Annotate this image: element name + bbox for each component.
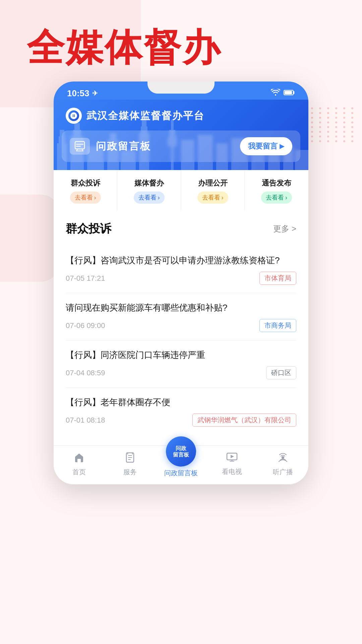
news-tag-2: 市商务局 — [259, 319, 296, 332]
category-office[interactable]: 办理公开 去看看 › — [181, 170, 245, 210]
cat-btn-complaints[interactable]: 去看看 › — [70, 192, 101, 204]
nav-item-radio[interactable]: 听广播 — [257, 452, 308, 477]
phone-mockup: 10:53 ✈ — [54, 82, 308, 484]
cat-btn-media[interactable]: 去看看 › — [134, 192, 165, 204]
news-time-3: 07-04 08:59 — [66, 369, 105, 377]
news-meta-3: 07-04 08:59 硚口区 — [66, 366, 296, 379]
news-meta-2: 07-06 09:00 市商务局 — [66, 319, 296, 332]
svg-rect-1 — [285, 91, 292, 94]
phone-notch — [147, 82, 215, 94]
center-circle[interactable]: 问政留言板 — [166, 436, 196, 467]
banner-title: 问政留言板 — [96, 140, 151, 153]
category-notice[interactable]: 通告发布 去看看 › — [245, 170, 308, 210]
page-title: 全媒体督办 — [0, 0, 362, 82]
nav-item-service[interactable]: 服务 — [105, 452, 156, 477]
category-media[interactable]: 媒体督办 去看看 › — [117, 170, 181, 210]
tv-icon — [226, 452, 238, 465]
news-title-2: 请问现在购买新能源车有哪些优惠和补贴? — [66, 301, 296, 314]
news-title-4: 【行风】老年群体圈存不便 — [66, 396, 296, 409]
news-item-1[interactable]: 【行风】咨询武汉市是否可以申请办理游泳教练资格证? 07-05 17:21 市体… — [66, 246, 296, 293]
center-text: 问政留言板 — [173, 445, 189, 458]
status-right — [271, 89, 295, 98]
nav-label-service: 服务 — [123, 468, 137, 477]
service-icon — [125, 452, 135, 466]
nav-label-home: 首页 — [72, 468, 86, 477]
svg-rect-26 — [75, 142, 84, 149]
nav-item-center[interactable]: 问政留言板 问政留言板 — [156, 451, 206, 478]
news-time-2: 07-06 09:00 — [66, 321, 105, 330]
news-meta-1: 07-05 17:21 市体育局 — [66, 272, 296, 285]
nav-label-tv: 看电视 — [222, 467, 242, 476]
battery-icon — [284, 89, 295, 98]
content-area: 群众投诉 更多 > 【行风】咨询武汉市是否可以申请办理游泳教练资格证? 07-0… — [54, 210, 308, 445]
phone-wrapper: 10:53 ✈ — [0, 82, 362, 484]
svg-point-31 — [282, 456, 284, 459]
complaints-section-title: 群众投诉 — [66, 221, 111, 236]
category-complaints[interactable]: 群众投诉 去看看 › — [54, 170, 117, 210]
news-meta-4: 07-01 08:18 武钢华润燃气（武汉）有限公司 — [66, 414, 296, 427]
news-tag-1: 市体育局 — [259, 272, 296, 285]
news-time-4: 07-01 08:18 — [66, 416, 105, 425]
nav-item-tv[interactable]: 看电视 — [206, 452, 257, 476]
nav-label-center: 问政留言板 — [164, 469, 198, 478]
nav-label-radio: 听广播 — [273, 468, 293, 477]
banner-arrow-icon: ▶ — [280, 143, 284, 150]
home-icon — [74, 452, 84, 466]
nav-item-home[interactable]: 首页 — [54, 452, 105, 477]
radio-icon — [278, 452, 288, 466]
banner-left: 问政留言板 — [70, 138, 151, 155]
app-header: 武汉全媒体监督督办平台 问政留言板 — [54, 100, 308, 170]
cat-btn-office[interactable]: 去看看 › — [197, 192, 228, 204]
categories-grid: 群众投诉 去看看 › 媒体督办 去看看 › 办理公开 去看看 › — [54, 170, 308, 210]
location-icon: ✈ — [92, 89, 98, 97]
cat-btn-notice[interactable]: 去看看 › — [261, 192, 292, 204]
bottom-nav: 首页 服务 问政留言板 问政留言板 — [54, 445, 308, 484]
news-item-4[interactable]: 【行风】老年群体圈存不便 07-01 08:18 武钢华润燃气（武汉）有限公司 — [66, 388, 296, 435]
banner-icon — [70, 138, 90, 155]
news-tag-3: 硚口区 — [266, 366, 296, 379]
news-title-1: 【行风】咨询武汉市是否可以申请办理游泳教练资格证? — [66, 254, 296, 267]
wifi-icon — [271, 89, 280, 98]
news-time-1: 07-05 17:21 — [66, 274, 105, 283]
news-tag-4: 武钢华润燃气（武汉）有限公司 — [192, 414, 296, 427]
news-item-3[interactable]: 【行风】同济医院门口车辆违停严重 07-04 08:59 硚口区 — [66, 340, 296, 388]
message-board-banner[interactable]: 问政留言板 我要留言 ▶ — [62, 130, 300, 162]
status-time: 10:53 ✈ — [67, 88, 98, 99]
svg-rect-27 — [77, 459, 81, 462]
complaints-more-link[interactable]: 更多 > — [273, 223, 296, 234]
svg-marker-30 — [231, 455, 234, 458]
svg-rect-14 — [142, 120, 146, 126]
complaints-section-header: 群众投诉 更多 > — [66, 221, 296, 236]
news-item-2[interactable]: 请问现在购买新能源车有哪些优惠和补贴? 07-06 09:00 市商务局 — [66, 293, 296, 340]
news-title-3: 【行风】同济医院门口车辆违停严重 — [66, 348, 296, 362]
message-board-button[interactable]: 我要留言 ▶ — [240, 137, 292, 155]
svg-rect-7 — [74, 123, 80, 130]
